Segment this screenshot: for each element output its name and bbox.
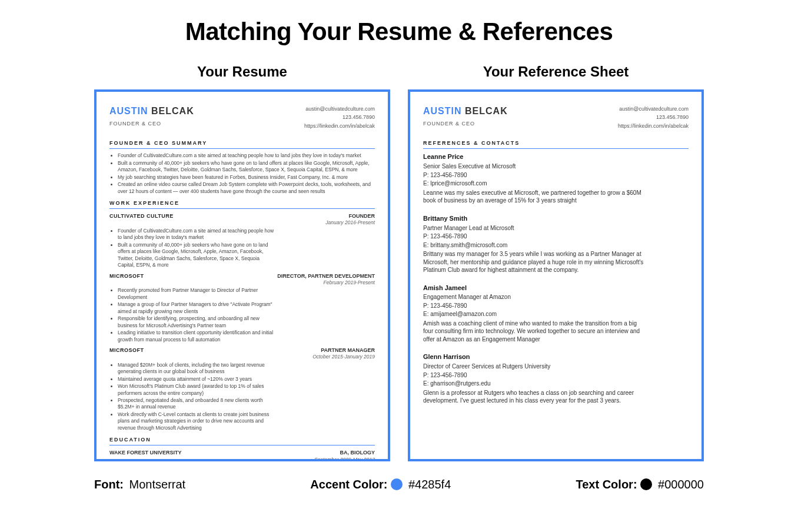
summary-title: FOUNDER & CEO SUMMARY: [109, 139, 375, 147]
ref-0: Leanne Price Senior Sales Executive at M…: [423, 152, 689, 204]
resume-role: FOUNDER & CEO: [109, 120, 194, 127]
panels: Your Resume AUSTIN BELCAK FOUNDER & CEO …: [94, 64, 704, 461]
refsheet-heading: Your Reference Sheet: [408, 64, 704, 80]
page-title: Matching Your Resume & References: [94, 18, 704, 46]
text-color-info: Text Color: #000000: [576, 478, 704, 491]
refsheet-contact: austin@cultivatedculture.com 123.456.789…: [618, 105, 689, 130]
summary-list: Founder of CultivatedCulture.com a site …: [109, 152, 375, 195]
resume-column: Your Resume AUSTIN BELCAK FOUNDER & CEO …: [94, 64, 390, 461]
edu-title: EDUCATION: [109, 436, 375, 443]
footer: Font: Montserrat Accent Color: #4285f4 T…: [94, 478, 704, 491]
text-swatch: [640, 478, 652, 490]
refsheet-doc: AUSTIN BELCAK FOUNDER & CEO austin@culti…: [408, 89, 704, 461]
refsheet-role: FOUNDER & CEO: [423, 120, 508, 127]
ref-2: Amish Jameel Engagement Manager at Amazo…: [423, 284, 689, 344]
work-title: WORK EXPERIENCE: [109, 200, 375, 207]
resume-heading: Your Resume: [94, 64, 390, 80]
ref-1: Brittany Smith Partner Manager Lead at M…: [423, 214, 689, 274]
ref-3: Glenn Harrison Director of Career Servic…: [423, 353, 689, 404]
refs-title: REFERENCES & CONTACTS: [423, 139, 689, 147]
accent-swatch: [391, 478, 403, 490]
job-2: MICROSOFT PARTNER MANAGER October 2015-J…: [109, 347, 375, 431]
resume-doc: AUSTIN BELCAK FOUNDER & CEO austin@culti…: [94, 89, 390, 461]
accent-info: Accent Color: #4285f4: [310, 478, 451, 491]
refsheet-name: AUSTIN BELCAK: [423, 105, 508, 118]
font-info: Font: Montserrat: [94, 478, 185, 491]
job-1: MICROSOFT DIRECTOR, PARTNER DEVELOPMENT …: [109, 272, 375, 343]
resume-name: AUSTIN BELCAK: [109, 105, 194, 118]
resume-contact: austin@cultivatedculture.com 123.456.789…: [304, 105, 375, 130]
job-0: CULTIVATED CULTURE FOUNDER January 2016-…: [109, 212, 375, 268]
refsheet-column: Your Reference Sheet AUSTIN BELCAK FOUND…: [408, 64, 704, 461]
